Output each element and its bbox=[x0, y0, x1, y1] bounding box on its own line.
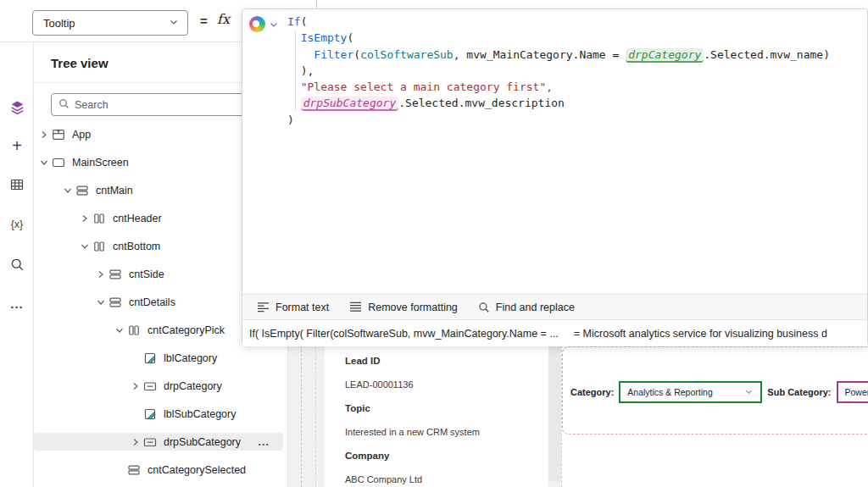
chevron-down-icon[interactable] bbox=[37, 158, 50, 168]
chevron-right-icon[interactable] bbox=[37, 130, 50, 140]
chevron-right-icon[interactable] bbox=[78, 213, 91, 224]
property-dropdown[interactable]: Tooltip bbox=[32, 10, 188, 36]
code-line: IsEmpty( bbox=[287, 30, 864, 46]
tree-item-label: cntCategorySelected bbox=[147, 464, 246, 476]
code-line: ), bbox=[287, 63, 864, 79]
field-label: Topic bbox=[345, 403, 548, 415]
variables-icon[interactable]: {x} bbox=[0, 211, 34, 238]
tree-item-label: cntMain bbox=[96, 185, 133, 196]
tree-item-label: lblSubCategory bbox=[164, 408, 236, 420]
find-replace-button[interactable]: Find and replace bbox=[470, 297, 582, 318]
code-line: Filter(colSoftwareSub, mvw_MainCategory.… bbox=[287, 47, 864, 63]
subcategory-dropdown[interactable]: Power BI bbox=[837, 381, 868, 403]
property-dropdown-value: Tooltip bbox=[43, 17, 169, 30]
formula-code-editor[interactable]: If( IsEmpty( Filter(colSoftwareSub, mvw_… bbox=[287, 14, 864, 128]
chevron-none-icon bbox=[129, 353, 142, 363]
chevron-right-icon[interactable] bbox=[129, 381, 142, 391]
tree-item-label: MainScreen bbox=[72, 157, 129, 169]
tree-item-drpCategory[interactable]: drpCategory bbox=[34, 377, 287, 395]
field-value: ABC Company Ltd bbox=[345, 474, 548, 486]
tree-item-label: cntSide bbox=[129, 268, 164, 280]
app-icon bbox=[52, 128, 65, 141]
data-table-icon[interactable] bbox=[0, 171, 34, 198]
field-value: Interested in a new CRM system bbox=[345, 427, 548, 439]
formula-result-bar: If( IsEmpty( Filter(colSoftwareSub, mvw_… bbox=[242, 321, 867, 346]
format-text-icon bbox=[257, 302, 270, 313]
tree-item-label: lblCategory bbox=[164, 352, 217, 364]
dropdown-icon bbox=[143, 435, 157, 449]
result-value-text: = Microsoft analytics service for visual… bbox=[574, 328, 827, 340]
screen-icon bbox=[52, 156, 65, 169]
chevron-down-icon[interactable] bbox=[61, 185, 74, 196]
category-pick-container[interactable]: Category: Analytics & Reporting Sub Cate… bbox=[562, 346, 868, 434]
category-dropdown[interactable]: Analytics & Reporting bbox=[619, 381, 762, 403]
property-bar: Tooltip = fx bbox=[0, 0, 242, 42]
vcontainer-icon bbox=[75, 184, 89, 197]
chevron-right-icon[interactable] bbox=[129, 437, 142, 447]
category-dropdown-value: Analytics & Reporting bbox=[627, 387, 712, 397]
equals-sign: = bbox=[200, 14, 208, 28]
subcategory-label: Sub Category: bbox=[767, 387, 831, 397]
result-formula-text: If( IsEmpty( Filter(colSoftwareSub, mvw_… bbox=[249, 328, 559, 340]
tree-item-label: drpCategory bbox=[164, 380, 222, 392]
search-icon[interactable] bbox=[0, 251, 34, 278]
formula-toolbar: Format text Remove formatting Find and r… bbox=[242, 294, 867, 320]
dropdown-icon bbox=[143, 379, 157, 393]
field-value: LEAD-00001136 bbox=[345, 379, 548, 391]
format-text-label: Format text bbox=[275, 302, 329, 313]
hcontainer-icon bbox=[92, 212, 106, 225]
lead-details-panel[interactable]: Lead IDLEAD-00001136TopicInterested in a… bbox=[325, 346, 548, 487]
copilot-icon bbox=[249, 16, 265, 32]
tree-item-cntCategorySelected[interactable]: cntCategorySelected bbox=[34, 461, 287, 479]
search-input[interactable] bbox=[75, 99, 247, 111]
tree-search-box[interactable] bbox=[51, 93, 254, 116]
tree-item-label: cntCategoryPick bbox=[147, 324, 225, 336]
more-options-icon[interactable]: ... bbox=[0, 290, 34, 317]
label-icon bbox=[143, 351, 157, 365]
tree-item-label: cntDetails bbox=[129, 296, 175, 308]
subcategory-dropdown-value: Power BI bbox=[845, 387, 868, 397]
tree-view-title: Tree view bbox=[51, 56, 108, 70]
label-icon bbox=[143, 407, 157, 421]
chevron-down-icon[interactable] bbox=[113, 325, 125, 335]
chevron-none-icon bbox=[113, 465, 125, 475]
chevron-down-icon bbox=[744, 387, 754, 398]
field-label: Lead ID bbox=[345, 356, 548, 368]
category-row: Category: Analytics & Reporting Sub Cate… bbox=[570, 379, 868, 405]
chevron-right-icon[interactable] bbox=[94, 269, 107, 279]
field-label: Company bbox=[345, 451, 548, 462]
top-cropped-divider bbox=[316, 0, 317, 8]
tree-view-icon[interactable] bbox=[0, 94, 34, 121]
more-options-icon[interactable]: ... bbox=[259, 436, 270, 448]
tree-item-lblCategory[interactable]: lblCategory bbox=[34, 349, 287, 367]
tree-item-lblSubCategory[interactable]: lblSubCategory bbox=[34, 405, 287, 423]
find-replace-icon bbox=[478, 302, 490, 313]
tree-item-drpSubCategory[interactable]: drpSubCategory... bbox=[34, 433, 283, 451]
app-authoring-rail: + {x} ... bbox=[0, 42, 34, 487]
chevron-down-icon bbox=[269, 19, 279, 30]
copilot-button[interactable] bbox=[249, 16, 279, 32]
vcontainer-icon bbox=[108, 296, 122, 309]
tree-item-label: drpSubCategory bbox=[164, 436, 241, 448]
code-line: If( bbox=[287, 14, 864, 30]
panel-gap bbox=[548, 346, 561, 481]
fx-icon: fx bbox=[217, 11, 230, 27]
chevron-down-icon[interactable] bbox=[78, 241, 91, 252]
vcontainer-icon bbox=[108, 268, 122, 281]
hcontainer-icon bbox=[127, 324, 141, 337]
remove-formatting-button[interactable]: Remove formatting bbox=[342, 297, 465, 318]
code-line: drpSubCategory.Selected.mvw_description bbox=[287, 95, 864, 111]
insert-plus-icon[interactable]: + bbox=[0, 132, 34, 159]
format-text-button[interactable]: Format text bbox=[249, 297, 337, 318]
tree-item-label: cntHeader bbox=[113, 213, 162, 224]
hcontainer-icon bbox=[92, 240, 106, 253]
container-dashed-edge bbox=[315, 346, 316, 487]
container-dashed-edge bbox=[301, 346, 302, 487]
code-line: ) bbox=[287, 112, 864, 128]
find-replace-label: Find and replace bbox=[496, 302, 575, 313]
chevron-none-icon bbox=[129, 409, 142, 419]
chevron-down-icon[interactable] bbox=[94, 297, 107, 307]
app-canvas[interactable]: Lead IDLEAD-00001136TopicInterested in a… bbox=[288, 346, 868, 487]
vcontainer-icon bbox=[127, 463, 141, 477]
tree-item-label: cntBottom bbox=[113, 241, 160, 252]
